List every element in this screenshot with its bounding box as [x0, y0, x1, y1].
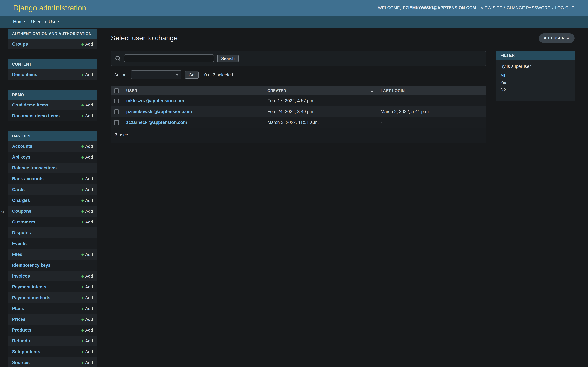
- add-api-keys-link[interactable]: +Add: [81, 155, 93, 159]
- sidebar-item-coupons[interactable]: Coupons: [12, 209, 31, 214]
- add-label: Add: [85, 349, 93, 354]
- sidebar-section-title: CONTENT: [8, 59, 97, 69]
- filter-option-all[interactable]: All: [500, 72, 570, 79]
- add-bank-accounts-link[interactable]: +Add: [81, 176, 93, 181]
- add-setup-intents-link[interactable]: +Add: [81, 349, 93, 354]
- add-invoices-link[interactable]: +Add: [81, 274, 93, 279]
- add-plans-link[interactable]: +Add: [81, 306, 93, 311]
- add-sources-link[interactable]: +Add: [81, 360, 93, 365]
- go-button[interactable]: Go: [185, 71, 199, 78]
- sidebar-row: Plans +Add: [8, 303, 97, 314]
- search-button[interactable]: Search: [217, 55, 239, 62]
- sidebar-item-customers[interactable]: Customers: [12, 220, 35, 225]
- sidebar-item-charges[interactable]: Charges: [12, 198, 30, 203]
- sidebar-item-api-keys[interactable]: Api keys: [12, 155, 30, 159]
- change-password-link[interactable]: CHANGE PASSWORD: [507, 6, 551, 10]
- sidebar-item-setup-intents[interactable]: Setup intents: [12, 349, 40, 354]
- add-products-link[interactable]: +Add: [81, 328, 93, 333]
- add-charges-link[interactable]: +Add: [81, 198, 93, 203]
- add-label: Add: [85, 42, 93, 47]
- add-user-button[interactable]: ADD USER +: [539, 33, 575, 43]
- current-username: PZIEMKOWSKI@APPTENSION.COM: [403, 6, 476, 10]
- breadcrumb-separator: ›: [45, 19, 46, 24]
- sidebar-item-document-demo-items[interactable]: Document demo items: [12, 113, 60, 118]
- sidebar-item-cards[interactable]: Cards: [12, 187, 25, 192]
- column-header-created[interactable]: CREATED▲: [264, 86, 377, 95]
- add-label: Add: [85, 284, 93, 289]
- table-row: zczarnecki@apptension.com March 3, 2022,…: [111, 117, 486, 128]
- select-all-checkbox[interactable]: [114, 88, 119, 93]
- row-checkbox[interactable]: [114, 99, 119, 103]
- plus-icon: +: [81, 295, 84, 300]
- column-header-last-login[interactable]: LAST LOGIN: [377, 86, 486, 95]
- add-customers-link[interactable]: +Add: [81, 220, 93, 225]
- site-title[interactable]: Django administration: [13, 3, 86, 12]
- welcome-label: WELCOME,: [378, 6, 401, 10]
- search-input[interactable]: [124, 54, 214, 62]
- add-files-link[interactable]: +Add: [81, 252, 93, 257]
- last-login-cell: -: [377, 95, 486, 106]
- sidebar-row: Idempotency keys: [8, 260, 97, 271]
- sidebar-item-prices[interactable]: Prices: [12, 317, 26, 322]
- title-row: Select user to change ADD USER +: [111, 33, 575, 44]
- plus-icon: +: [81, 350, 84, 354]
- sidebar-item-idempotency-keys[interactable]: Idempotency keys: [12, 263, 51, 268]
- sidebar-row: Cards +Add: [8, 184, 97, 195]
- action-select[interactable]: ---------: [131, 70, 182, 79]
- plus-icon: +: [81, 198, 84, 203]
- add-crud-demo-items-link[interactable]: +Add: [81, 103, 93, 108]
- sidebar-item-disputes[interactable]: Disputes: [12, 230, 31, 235]
- sidebar-item-sources[interactable]: Sources: [12, 360, 30, 365]
- sidebar-item-products[interactable]: Products: [12, 328, 31, 333]
- add-accounts-link[interactable]: +Add: [81, 144, 93, 149]
- column-header-user[interactable]: USER: [123, 86, 264, 95]
- sidebar-item-invoices[interactable]: Invoices: [12, 274, 30, 279]
- add-payment-methods-link[interactable]: +Add: [81, 295, 93, 300]
- sidebar-row: Api keys +Add: [8, 152, 97, 163]
- sidebar-section-djstripe: DJSTRIPE Accounts +Add Api keys +Add Bal…: [8, 131, 97, 367]
- sidebar-item-plans[interactable]: Plans: [12, 306, 24, 311]
- log-out-link[interactable]: LOG OUT: [555, 6, 574, 10]
- sidebar-row: Demo items +Add: [8, 69, 97, 80]
- view-site-link[interactable]: VIEW SITE: [481, 6, 502, 10]
- plus-icon: +: [81, 209, 84, 214]
- table-row: pziemkowski@apptension.com Feb. 24, 2022…: [111, 106, 486, 117]
- sidebar-item-payment-methods[interactable]: Payment methods: [12, 295, 50, 300]
- sidebar-item-crud-demo-items[interactable]: Crud demo items: [12, 103, 48, 108]
- table-row: mkleszcz@apptension.com Feb. 17, 2022, 4…: [111, 95, 486, 106]
- breadcrumb-users-link[interactable]: Users: [31, 19, 43, 24]
- user-link[interactable]: mkleszcz@apptension.com: [126, 98, 184, 103]
- main-content: Select user to change ADD USER + Search: [97, 28, 588, 367]
- user-link[interactable]: pziemkowski@apptension.com: [126, 109, 192, 114]
- sidebar-item-events[interactable]: Events: [12, 241, 27, 246]
- sidebar-item-demo-items[interactable]: Demo items: [12, 72, 37, 77]
- filter-option-yes[interactable]: Yes: [500, 79, 570, 86]
- sidebar-item-files[interactable]: Files: [12, 252, 22, 257]
- breadcrumb-home-link[interactable]: Home: [13, 19, 25, 24]
- filter-panel: FILTER By is superuser All Yes No: [496, 51, 575, 101]
- add-payment-intents-link[interactable]: +Add: [81, 284, 93, 289]
- user-link[interactable]: zczarnecki@apptension.com: [126, 120, 187, 125]
- add-refunds-link[interactable]: +Add: [81, 339, 93, 343]
- last-login-cell: -: [377, 117, 486, 128]
- add-document-demo-items-link[interactable]: +Add: [81, 113, 93, 118]
- sort-ascending-icon[interactable]: ▲: [371, 89, 373, 92]
- add-cards-link[interactable]: +Add: [81, 187, 93, 192]
- sidebar-item-balance-transactions[interactable]: Balance transactions: [12, 166, 57, 170]
- sidebar-item-payment-intents[interactable]: Payment intents: [12, 284, 46, 289]
- add-coupons-link[interactable]: +Add: [81, 209, 93, 214]
- row-checkbox[interactable]: [114, 120, 119, 125]
- plus-icon: +: [81, 72, 84, 77]
- sidebar-item-refunds[interactable]: Refunds: [12, 339, 30, 343]
- sidebar-item-groups[interactable]: Groups: [12, 42, 28, 47]
- sidebar-item-bank-accounts[interactable]: Bank accounts: [12, 176, 44, 181]
- sidebar-row: Refunds +Add: [8, 335, 97, 346]
- plus-icon: +: [81, 339, 84, 343]
- sidebar-item-accounts[interactable]: Accounts: [12, 144, 32, 149]
- add-prices-link[interactable]: +Add: [81, 317, 93, 322]
- add-groups-link[interactable]: +Add: [81, 42, 93, 47]
- filter-option-no[interactable]: No: [500, 86, 570, 93]
- add-demo-items-link[interactable]: +Add: [81, 72, 93, 77]
- row-checkbox[interactable]: [114, 109, 119, 114]
- sidebar-collapse-icon[interactable]: «: [1, 208, 5, 215]
